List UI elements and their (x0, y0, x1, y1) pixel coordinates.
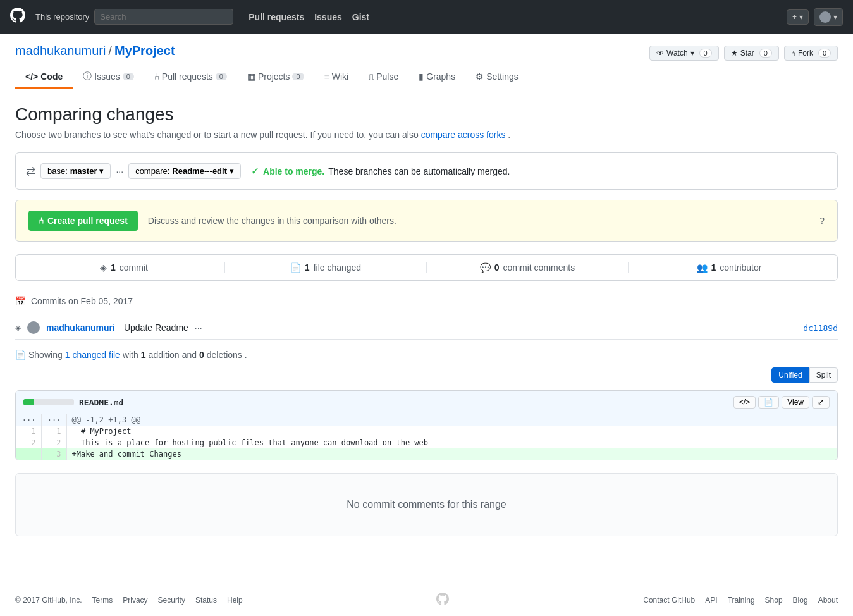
diff-code-view-btn[interactable]: </> (733, 396, 756, 409)
commit-hash-link[interactable]: dc1189d (803, 323, 838, 333)
footer-blog-link[interactable]: Blog (793, 596, 808, 605)
diff-bar (23, 399, 74, 405)
repo-name-link[interactable]: MyProject (114, 44, 175, 58)
footer-privacy-link[interactable]: Privacy (123, 596, 147, 605)
old-line-num-3 (16, 448, 41, 460)
diff-view-button[interactable]: View (782, 396, 809, 409)
and-text: and (182, 350, 197, 360)
repo-owner-link[interactable]: madhukanumuri (15, 44, 106, 58)
tab-code[interactable]: </> Code (15, 66, 73, 89)
create-pull-request-button[interactable]: ⑃ Create pull request (28, 211, 138, 231)
hunk-new-num: ··· (41, 414, 66, 426)
diff-fullscreen-btn[interactable]: ⤢ (812, 396, 830, 409)
nav-issues[interactable]: Issues (314, 12, 342, 22)
issues-icon: ⓘ (83, 71, 92, 82)
compare-forks-link[interactable]: compare across forks (421, 130, 506, 140)
compare-branch-button[interactable]: compare: Readme---edit ▾ (128, 163, 241, 179)
star-icon: ★ (731, 49, 738, 58)
tab-pull-requests[interactable]: ⑃ Pull requests 0 (144, 66, 237, 89)
footer-status-link[interactable]: Status (195, 596, 217, 605)
hunk-header: @@ -1,2 +1,3 @@ (66, 414, 837, 426)
star-count: 0 (759, 49, 772, 58)
commit-expand-icon[interactable]: ··· (195, 323, 202, 333)
new-line-num-3: 3 (41, 448, 66, 460)
new-line-num-1: 1 (41, 426, 66, 437)
tab-graphs-label: Graphs (426, 71, 455, 82)
tab-graphs[interactable]: ▮ Graphs (408, 66, 465, 89)
footer-about-link[interactable]: About (818, 596, 838, 605)
settings-icon: ⚙ (476, 71, 484, 82)
changed-file-link[interactable]: 1 changed file (65, 350, 120, 360)
projects-badge: 0 (292, 73, 304, 80)
tab-settings[interactable]: ⚙ Settings (465, 66, 529, 89)
stats-row: ◈ 1 commit 📄 1 file changed 💬 0 commit c… (15, 254, 838, 281)
footer-contact-link[interactable]: Contact GitHub (643, 596, 695, 605)
tab-pullreq-label: Pull requests (162, 71, 213, 82)
footer-training-link[interactable]: Training (728, 596, 755, 605)
footer-api-link[interactable]: API (705, 596, 717, 605)
pullreq-icon: ⑃ (154, 71, 159, 82)
commits-date-label: Commits on Feb 05, 2017 (31, 296, 133, 306)
diff-rich-view-btn[interactable]: 📄 (758, 396, 779, 409)
diff-line-1: 1 1 # MyProject (16, 426, 837, 437)
new-line-num-2: 2 (41, 437, 66, 448)
search-input[interactable] (94, 9, 233, 25)
diff-line-2: 2 2 This is a place for hosting public f… (16, 437, 837, 448)
header-actions: + ▾ ▾ (787, 8, 843, 26)
pr-help-icon[interactable]: ? (819, 216, 825, 226)
avatar (27, 321, 40, 334)
commit-calendar-icon: 📅 (15, 296, 26, 306)
eye-icon: 👁 (656, 49, 664, 58)
footer-shop-link[interactable]: Shop (765, 596, 783, 605)
watch-label: Watch (666, 49, 688, 58)
addition-label: addition (149, 350, 180, 360)
user-menu-button[interactable]: ▾ (814, 8, 843, 26)
stat-comments: 💬 0 commit comments (427, 262, 629, 273)
no-comments-text: No commit comments for this range (347, 499, 506, 510)
commit-row: ◈ madhukanumuri Update Readme ··· dc1189… (15, 316, 838, 340)
commit-author-link[interactable]: madhukanumuri (46, 323, 115, 333)
fork-icon: ⑃ (791, 49, 795, 58)
contributor-label: contributor (720, 262, 761, 273)
diff-file-name: README.md (79, 398, 123, 407)
unified-view-button[interactable]: Unified (771, 367, 809, 383)
diff-line-content-2: This is a place for hosting public files… (66, 437, 837, 448)
diff-file: README.md </> 📄 View ⤢ (15, 390, 838, 460)
base-value: master (70, 166, 97, 176)
star-button[interactable]: ★ Star 0 (724, 46, 779, 61)
diff-file-header: README.md </> 📄 View ⤢ (16, 391, 837, 414)
breadcrumb-separator: / (108, 44, 112, 58)
tab-wiki[interactable]: ≡ Wiki (314, 66, 359, 89)
footer-terms-link[interactable]: Terms (92, 596, 113, 605)
commits-section: 📅 Commits on Feb 05, 2017 ◈ madhukanumur… (15, 291, 838, 340)
split-view-button[interactable]: Split (809, 367, 838, 383)
user-avatar-icon (819, 11, 831, 23)
code-view-icon: </> (739, 398, 750, 407)
hunk-old-num: ··· (16, 414, 41, 426)
subtitle-start: Choose two branches to see what's change… (15, 130, 419, 140)
repo-tabs: </> Code ⓘ Issues 0 ⑃ Pull requests 0 ▦ … (15, 66, 838, 89)
tab-pulse[interactable]: ⎍ Pulse (359, 66, 408, 89)
nav-pull-requests[interactable]: Pull requests (249, 12, 304, 22)
code-icon: </> (25, 71, 38, 82)
pullreq-badge: 0 (216, 73, 227, 80)
diff-line-content-1: # MyProject (66, 426, 837, 437)
tab-projects[interactable]: ▦ Projects 0 (237, 66, 314, 89)
header-nav: Pull requests Issues Gist (249, 12, 369, 22)
tab-issues[interactable]: ⓘ Issues 0 (73, 66, 144, 89)
tab-issues-label: Issues (94, 71, 120, 82)
user-dropdown-icon: ▾ (833, 13, 837, 22)
github-logo-icon[interactable] (10, 8, 25, 26)
base-label: base: (47, 166, 68, 176)
old-line-num-1: 1 (16, 426, 41, 437)
base-branch-button[interactable]: base: master ▾ (40, 163, 111, 179)
showing-with: with (123, 350, 138, 360)
file-icon: 📄 (290, 262, 301, 273)
watch-button[interactable]: 👁 Watch ▾ 0 (649, 46, 719, 61)
footer-right: Contact GitHub API Training Shop Blog Ab… (643, 596, 838, 605)
footer-help-link[interactable]: Help (227, 596, 243, 605)
nav-gist[interactable]: Gist (352, 12, 369, 22)
fork-button[interactable]: ⑃ Fork 0 (784, 46, 838, 61)
new-button[interactable]: + ▾ (787, 9, 809, 25)
footer-security-link[interactable]: Security (158, 596, 185, 605)
